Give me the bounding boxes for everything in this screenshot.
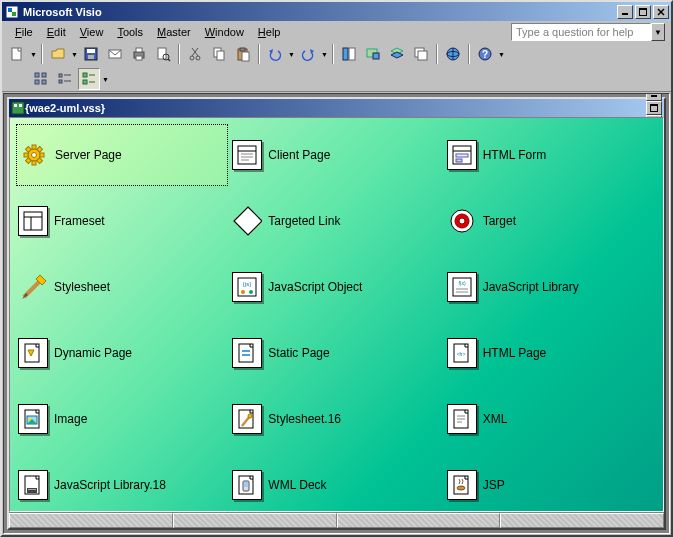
main-titlebar: Microsoft Visio [2, 2, 671, 21]
svg-rect-46 [42, 80, 46, 84]
child-maximize-button[interactable] [646, 101, 662, 115]
menu-window[interactable]: Window [198, 24, 251, 40]
open-button[interactable] [47, 43, 69, 65]
stencil-icon [11, 101, 25, 115]
gear-icon [19, 140, 49, 170]
stencil-item-targeted-link[interactable]: Targeted Link [230, 190, 442, 252]
web-button[interactable] [442, 43, 464, 65]
svg-rect-8 [12, 48, 21, 60]
view-dropdown[interactable]: ▼ [102, 76, 109, 83]
svg-rect-51 [83, 73, 87, 77]
view-list-button[interactable] [54, 68, 76, 90]
redo-dropdown[interactable]: ▼ [321, 51, 328, 58]
stencil-label: JSP [483, 478, 505, 492]
stencil-item-frameset[interactable]: Frameset [16, 190, 228, 252]
menu-tools[interactable]: Tools [110, 24, 150, 40]
splitter-pane-3[interactable] [337, 513, 501, 528]
maximize-button[interactable] [635, 5, 651, 19]
brush-icon [18, 272, 48, 302]
stencil-item-javascript-object[interactable]: {js}JavaScript Object [230, 256, 442, 318]
svg-rect-16 [158, 48, 166, 59]
splitter-pane-2[interactable] [173, 513, 337, 528]
jslib-icon: f(x) [447, 272, 477, 302]
svg-point-94 [241, 290, 245, 294]
stencil-item-target[interactable]: Target [445, 190, 657, 252]
separator [436, 44, 438, 64]
diamond-icon [232, 206, 262, 236]
svg-rect-120 [28, 489, 36, 490]
svg-point-113 [248, 414, 252, 418]
view-details-button[interactable] [78, 68, 100, 90]
undo-button[interactable] [264, 43, 286, 65]
stencil-label: HTML Page [483, 346, 547, 360]
stencil-item-html-page[interactable]: <h>HTML Page [445, 322, 657, 384]
stencil-item-client-page[interactable]: Client Page [230, 124, 442, 186]
paste-button[interactable] [232, 43, 254, 65]
new-window-button[interactable] [410, 43, 432, 65]
stencil-item-static-page[interactable]: Static Page [230, 322, 442, 384]
splitter-pane-1[interactable] [9, 513, 173, 528]
cut-button[interactable] [184, 43, 206, 65]
save-button[interactable] [80, 43, 102, 65]
stencil-item-server-page[interactable]: Server Page [16, 124, 228, 186]
stencil-label: Target [483, 214, 516, 228]
stencil-item-wml-deck[interactable]: WML Deck [230, 454, 442, 512]
child-minimize-button[interactable] [646, 93, 662, 101]
svg-text:?: ? [482, 49, 488, 60]
stencil-grid: Server PageClient PageHTML FormFramesetT… [10, 118, 663, 511]
close-button[interactable] [653, 5, 669, 19]
insert-shape-button[interactable] [362, 43, 384, 65]
menu-edit[interactable]: Edit [40, 24, 73, 40]
svg-rect-43 [35, 73, 39, 77]
stencil-label: Static Page [268, 346, 329, 360]
shapes-window-button[interactable] [338, 43, 360, 65]
stencil-item-jsp[interactable]: JSP [445, 454, 657, 512]
stencil-item-stylesheet-16[interactable]: Stylesheet.16 [230, 388, 442, 450]
jslib18-icon [18, 470, 48, 500]
print-button[interactable] [128, 43, 150, 65]
stencil-item-javascript-library-18[interactable]: JavaScript Library.18 [16, 454, 228, 512]
print-preview-button[interactable] [152, 43, 174, 65]
stencil-body: Server PageClient PageHTML FormFramesetT… [9, 117, 664, 512]
stencil-item-dynamic-page[interactable]: Dynamic Page [16, 322, 228, 384]
open-dropdown[interactable]: ▼ [71, 51, 78, 58]
stencil-item-html-form[interactable]: HTML Form [445, 124, 657, 186]
help-button[interactable]: ? [474, 43, 496, 65]
stencil-item-image[interactable]: Image [16, 388, 228, 450]
svg-rect-73 [238, 146, 256, 164]
svg-text:<h>: <h> [456, 351, 465, 357]
new-button[interactable] [6, 43, 28, 65]
stencil-item-stylesheet[interactable]: Stylesheet [16, 256, 228, 318]
svg-rect-49 [59, 80, 62, 83]
jsobj-icon: {js} [232, 272, 262, 302]
menu-file[interactable]: File [8, 24, 40, 40]
stencil-item-xml[interactable]: XML [445, 388, 657, 450]
new-dropdown[interactable]: ▼ [30, 51, 37, 58]
menu-master[interactable]: Master [150, 24, 198, 40]
menu-view[interactable]: View [73, 24, 111, 40]
svg-point-21 [190, 56, 194, 60]
svg-rect-55 [12, 102, 24, 114]
svg-point-22 [196, 56, 200, 60]
svg-rect-11 [88, 55, 94, 59]
mail-button[interactable] [104, 43, 126, 65]
svg-text:f(x): f(x) [458, 280, 466, 286]
splitter-pane-4[interactable] [500, 513, 664, 528]
view-icons-button[interactable] [30, 68, 52, 90]
svg-rect-15 [136, 56, 142, 60]
help-dropdown[interactable]: ▼ [498, 51, 505, 58]
stencil-label: Dynamic Page [54, 346, 132, 360]
copy-button[interactable] [208, 43, 230, 65]
layers-button[interactable] [386, 43, 408, 65]
help-search-input[interactable]: Type a question for help [511, 23, 651, 41]
target-icon [447, 206, 477, 236]
dynpage-icon [18, 338, 48, 368]
stencil-item-javascript-library[interactable]: f(x)JavaScript Library [445, 256, 657, 318]
undo-dropdown[interactable]: ▼ [288, 51, 295, 58]
menu-help[interactable]: Help [251, 24, 288, 40]
help-search-dropdown[interactable]: ▼ [651, 23, 665, 41]
redo-button[interactable] [297, 43, 319, 65]
minimize-button[interactable] [617, 5, 633, 19]
clientpage-icon [232, 140, 262, 170]
stencil-label: WML Deck [268, 478, 326, 492]
